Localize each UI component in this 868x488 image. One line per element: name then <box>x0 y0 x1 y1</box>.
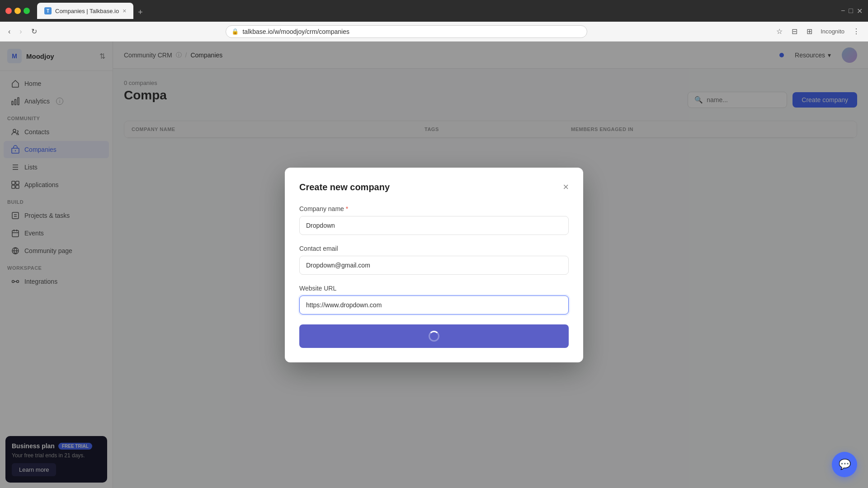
website-url-label: Website URL <box>299 285 569 292</box>
reader-mode-button[interactable]: ⊟ <box>789 26 800 37</box>
modal-close-button[interactable]: × <box>563 182 569 192</box>
contact-email-field-group: Contact email <box>299 245 569 275</box>
modal-overlay[interactable]: Create new company × Company name * Cont… <box>0 42 868 488</box>
incognito-label: Incognito <box>821 28 844 35</box>
create-company-modal: Create new company × Company name * Cont… <box>285 168 583 362</box>
modal-submit-button[interactable] <box>299 324 569 348</box>
browser-maximize-button[interactable] <box>24 8 30 14</box>
new-tab-button[interactable]: + <box>134 6 146 19</box>
lock-icon: 🔒 <box>231 28 239 35</box>
contact-email-label: Contact email <box>299 245 569 252</box>
tab-close-button[interactable]: × <box>123 7 126 14</box>
modal-title: Create new company <box>299 182 390 192</box>
active-browser-tab[interactable]: T Companies | Talkbase.io × <box>37 3 133 19</box>
modal-header: Create new company × <box>299 182 569 192</box>
browser-minimize-button[interactable] <box>14 8 21 14</box>
company-name-label: Company name * <box>299 205 569 212</box>
browser-maximize-action[interactable]: □ <box>849 7 853 15</box>
company-name-field-group: Company name * <box>299 205 569 235</box>
split-view-button[interactable]: ⊞ <box>804 26 815 37</box>
address-bar-row: ‹ › ↻ 🔒 ☆ ⊟ ⊞ Incognito ⋮ <box>0 22 868 42</box>
loading-spinner <box>429 331 439 342</box>
chat-button[interactable]: 💬 <box>832 452 857 477</box>
nav-forward-button[interactable]: › <box>17 26 24 38</box>
company-name-input[interactable] <box>299 216 569 235</box>
browser-window-actions: − □ ✕ <box>841 7 863 15</box>
browser-menu-button[interactable]: ⋮ <box>850 26 863 37</box>
browser-chrome: T Companies | Talkbase.io × + − □ ✕ <box>0 0 868 22</box>
contact-email-input[interactable] <box>299 256 569 275</box>
chat-icon: 💬 <box>839 459 851 470</box>
browser-close-action[interactable]: ✕ <box>857 7 863 15</box>
browser-toolbar-actions: ☆ ⊟ ⊞ Incognito ⋮ <box>774 26 863 37</box>
nav-back-button[interactable]: ‹ <box>5 26 13 38</box>
bookmark-button[interactable]: ☆ <box>774 26 785 37</box>
website-url-input[interactable] <box>299 296 569 314</box>
browser-tabs: T Companies | Talkbase.io × + <box>37 3 834 19</box>
tab-title: Companies | Talkbase.io <box>55 8 119 14</box>
browser-window-controls <box>5 8 30 14</box>
nav-refresh-button[interactable]: ↻ <box>28 25 40 38</box>
tab-favicon: T <box>44 7 52 14</box>
url-input[interactable] <box>242 28 581 35</box>
browser-close-button[interactable] <box>5 8 12 14</box>
browser-minimize-action[interactable]: − <box>841 7 845 15</box>
address-bar[interactable]: 🔒 <box>226 25 587 38</box>
website-url-field-group: Website URL <box>299 285 569 314</box>
required-star: * <box>346 205 348 212</box>
